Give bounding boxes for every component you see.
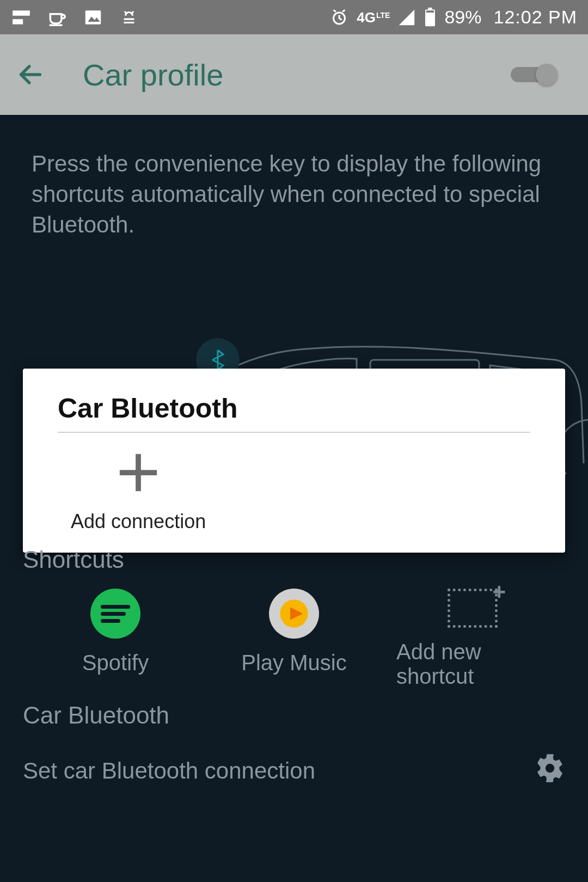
add-connection-label: Add connection [71, 510, 206, 533]
notification-icon-1 [11, 7, 32, 28]
add-shortcut-icon: + [448, 589, 498, 628]
svg-point-18 [290, 610, 298, 617]
app-bar: Car profile [0, 34, 588, 115]
shortcut-label: Add new shortcut [396, 640, 549, 689]
content-area: Press the convenience key to display the… [0, 115, 588, 882]
svg-line-6 [132, 11, 133, 14]
bluetooth-card: Car Bluetooth Add connection [23, 369, 565, 553]
page-title: Car profile [83, 57, 223, 93]
gallery-icon [83, 7, 103, 28]
shortcut-add-new[interactable]: + Add new shortcut [396, 589, 549, 689]
profile-toggle[interactable] [511, 64, 558, 85]
card-title: Car Bluetooth [58, 393, 530, 433]
coffee-icon [47, 7, 68, 28]
shortcuts-section: Shortcuts Spotify Play Music + Add new s… [23, 546, 565, 689]
set-car-bluetooth-row[interactable]: Set car Bluetooth connection [23, 753, 565, 789]
mini-plus-icon: + [492, 580, 506, 603]
shortcuts-heading: Shortcuts [23, 546, 565, 573]
play-music-icon [269, 589, 319, 639]
plus-icon [117, 451, 160, 496]
battery-icon [424, 8, 437, 27]
alarm-icon [329, 8, 349, 27]
shortcut-label: Play Music [241, 651, 346, 675]
back-icon[interactable] [16, 60, 45, 89]
svg-rect-3 [85, 10, 101, 24]
shortcut-play-music[interactable]: Play Music [218, 589, 370, 675]
network-4g-icon: 4G LTE [357, 10, 390, 24]
add-connection-button[interactable]: Add connection [58, 448, 206, 533]
android-icon [119, 7, 139, 28]
status-bar: 4G LTE 89% 12:02 PM [0, 0, 588, 34]
shortcut-label: Spotify [82, 651, 149, 675]
svg-rect-10 [426, 10, 434, 13]
car-bluetooth-heading: Car Bluetooth [23, 702, 565, 729]
svg-rect-1 [13, 19, 23, 24]
svg-line-5 [125, 11, 126, 14]
clock-time: 12:02 PM [493, 7, 577, 28]
network-lte-label: LTE [376, 11, 390, 19]
gear-icon[interactable] [535, 753, 565, 789]
network-4g-label: 4G [357, 10, 376, 24]
battery-percent: 89% [444, 7, 481, 28]
signal-icon [397, 8, 416, 27]
set-car-bluetooth-label: Set car Bluetooth connection [23, 758, 315, 784]
car-bluetooth-section: Car Bluetooth Set car Bluetooth connecti… [23, 702, 565, 789]
shortcut-spotify[interactable]: Spotify [39, 589, 192, 675]
spotify-icon [90, 589, 140, 639]
svg-rect-9 [428, 8, 432, 10]
svg-rect-0 [13, 10, 30, 15]
description-text: Press the convenience key to display the… [0, 115, 588, 240]
